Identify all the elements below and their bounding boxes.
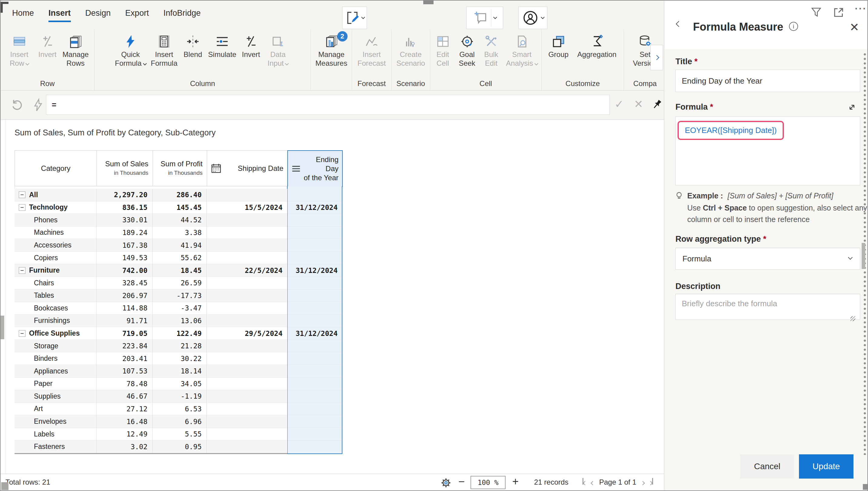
table-row[interactable]: Art27.126.53: [14, 403, 287, 415]
aggregation-button[interactable]: Aggregation: [573, 32, 621, 59]
sales-cell[interactable]: 203.41: [96, 352, 152, 365]
ending-day-cell[interactable]: [288, 440, 342, 453]
row-label-cell[interactable]: Technology: [14, 201, 96, 214]
sales-cell[interactable]: 107.53: [96, 365, 152, 378]
collapse-icon[interactable]: [19, 192, 25, 198]
formula-input[interactable]: =: [46, 95, 610, 115]
collapse-icon[interactable]: [19, 267, 25, 274]
ship-cell[interactable]: [207, 340, 287, 353]
sales-cell[interactable]: 167.38: [96, 239, 152, 252]
profit-cell[interactable]: 3.38: [152, 227, 207, 239]
table-row[interactable]: Storage223.8421.28: [14, 340, 287, 353]
more-options-icon[interactable]: ⋯: [854, 1, 867, 15]
user-account-button[interactable]: [518, 7, 547, 29]
tab-insert[interactable]: Insert: [49, 8, 71, 22]
manage-measures-button[interactable]: ManageMeasures2: [312, 32, 350, 67]
row-label-cell[interactable]: Appliances: [14, 365, 96, 378]
sales-cell[interactable]: 91.71: [96, 315, 152, 327]
ship-cell[interactable]: [207, 227, 287, 239]
info-icon[interactable]: i: [789, 22, 798, 31]
sales-cell[interactable]: 330.01: [96, 214, 152, 227]
sales-cell[interactable]: 328.45: [96, 277, 152, 290]
ship-cell[interactable]: [207, 415, 287, 428]
window-drag-handle[interactable]: [423, 1, 434, 4]
profit-cell[interactable]: 26.59: [152, 277, 207, 290]
column-header-sum-of-profit[interactable]: Sum of Profitin Thousands: [153, 150, 207, 186]
table-row[interactable]: Supplies46.67-1.19: [14, 390, 287, 403]
ending-day-cell[interactable]: [288, 302, 342, 315]
ship-cell[interactable]: 22/5/2024: [207, 264, 287, 277]
ribbon-expand-button[interactable]: [650, 45, 663, 70]
table-row[interactable]: Paper78.4834.05: [14, 378, 287, 391]
sales-cell[interactable]: 189.24: [96, 227, 152, 239]
table-row[interactable]: Fasteners3.020.95: [14, 440, 287, 453]
sales-cell[interactable]: 2,297.20: [96, 189, 152, 201]
expand-formula-icon[interactable]: [846, 101, 858, 113]
profit-cell[interactable]: -1.19: [152, 390, 207, 403]
sales-cell[interactable]: 206.97: [96, 290, 152, 302]
blend-button[interactable]: Blend: [180, 32, 206, 67]
close-icon[interactable]: ✕: [849, 21, 859, 34]
sales-cell[interactable]: 742.00: [96, 264, 152, 277]
smart-analysis-button[interactable]: SmartAnalysis: [503, 32, 541, 67]
sales-cell[interactable]: 27.12: [96, 403, 152, 415]
ending-day-cell[interactable]: [288, 390, 342, 403]
resize-handle[interactable]: [850, 316, 855, 321]
ending-day-cell[interactable]: [288, 340, 342, 353]
row-label-cell[interactable]: Supplies: [14, 390, 96, 403]
column-header-sum-of-sales[interactable]: Sum of Salesin Thousands: [97, 150, 153, 186]
row-label-cell[interactable]: All: [14, 189, 96, 201]
ship-cell[interactable]: [207, 352, 287, 365]
refresh-icon[interactable]: [10, 98, 24, 112]
sales-cell[interactable]: 719.05: [96, 327, 152, 340]
tab-design[interactable]: Design: [85, 8, 111, 22]
sales-cell[interactable]: 836.15: [96, 201, 152, 214]
table-row[interactable]: Furnishings91.7113.06: [14, 315, 287, 327]
first-page-button[interactable]: [583, 478, 586, 487]
ending-day-cell[interactable]: [288, 315, 342, 327]
table-row[interactable]: Furniture742.0018.4522/5/2024: [14, 264, 287, 277]
table-row[interactable]: All2,297.20286.40: [14, 189, 287, 201]
row-label-cell[interactable]: Furniture: [14, 264, 96, 277]
zoom-in-button[interactable]: +: [512, 475, 519, 488]
sales-cell[interactable]: 46.67: [96, 390, 152, 403]
ship-cell[interactable]: [207, 315, 287, 327]
table-row[interactable]: Envelopes16.486.96: [14, 415, 287, 428]
bulk-edit-button[interactable]: BulkEdit: [479, 32, 503, 67]
ship-cell[interactable]: [207, 252, 287, 264]
ending-day-cell[interactable]: [288, 403, 342, 415]
table-row[interactable]: Technology836.15145.4515/5/2024: [14, 201, 287, 214]
ship-cell[interactable]: [207, 365, 287, 378]
ship-cell[interactable]: [207, 189, 287, 201]
profit-cell[interactable]: 41.94: [152, 239, 207, 252]
goal-seek-button[interactable]: GoalSeek: [455, 32, 479, 67]
collapse-icon[interactable]: [19, 330, 25, 337]
gear-icon[interactable]: [439, 476, 453, 490]
back-button[interactable]: [677, 22, 681, 27]
manage-rows-button[interactable]: ManageRows: [60, 32, 91, 67]
ship-cell[interactable]: [207, 428, 287, 441]
ship-cell[interactable]: [207, 440, 287, 453]
profit-cell[interactable]: 6.96: [152, 415, 207, 428]
ending-day-cell[interactable]: [288, 277, 342, 290]
insert-forecast-button[interactable]: InsertForecast: [355, 32, 389, 67]
ending-day-cell[interactable]: [288, 239, 342, 252]
row-label-cell[interactable]: Copiers: [14, 252, 96, 264]
ending-day-cell[interactable]: 31/12/2024: [288, 264, 342, 277]
tab-infobridge[interactable]: InfoBridge: [163, 8, 201, 22]
update-button[interactable]: Update: [799, 454, 854, 479]
row-label-cell[interactable]: Accessories: [14, 239, 96, 252]
profit-cell[interactable]: 30.22: [152, 352, 207, 365]
tab-export[interactable]: Export: [125, 8, 149, 22]
profit-cell[interactable]: 18.45: [152, 264, 207, 277]
table-row[interactable]: Labels12.495.55: [14, 428, 287, 441]
ending-day-cell[interactable]: [288, 290, 342, 302]
table-row[interactable]: Appliances107.5318.14: [14, 365, 287, 378]
simulate-button[interactable]: Simulate: [206, 32, 239, 67]
add-comment-button[interactable]: [466, 7, 503, 29]
pin-icon[interactable]: [650, 98, 664, 111]
invert-column-button[interactable]: Invert: [239, 32, 264, 67]
panel-scrollbar-thumb[interactable]: [862, 243, 865, 269]
left-scrollbar-thumb[interactable]: [1, 316, 4, 339]
sales-cell[interactable]: 78.48: [96, 378, 152, 391]
